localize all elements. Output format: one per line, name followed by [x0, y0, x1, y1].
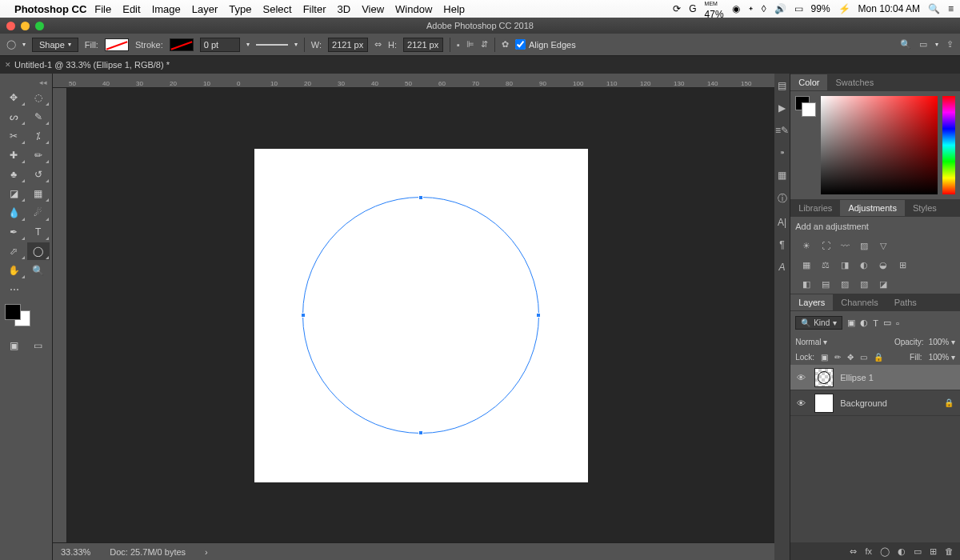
wifi-icon[interactable]: ◊ — [762, 3, 766, 14]
fill-swatch[interactable] — [105, 38, 129, 51]
dock-glyph-icon[interactable]: A — [779, 262, 786, 273]
arrange-icon[interactable]: ⇵ — [481, 39, 488, 50]
link-layers-icon[interactable]: ⇔ — [850, 546, 857, 557]
document-tab[interactable]: Untitled-1 @ 33.3% (Ellipse 1, RGB/8) * — [14, 60, 170, 70]
handle-bottom[interactable] — [418, 430, 423, 435]
shape-mode-select[interactable]: Shape▾ — [32, 38, 78, 52]
eye-icon[interactable]: ◉ — [732, 3, 740, 14]
collapse-tools[interactable]: ◂◂ — [2, 77, 50, 88]
brush-tool[interactable]: ✏ — [27, 146, 50, 164]
filter-smart-icon[interactable]: ▫ — [896, 318, 899, 328]
handle-right[interactable] — [536, 313, 541, 318]
zoom-level[interactable]: 33.33% — [61, 547, 90, 557]
adj-invert[interactable]: ◧ — [800, 278, 813, 290]
tab-layers[interactable]: Layers — [790, 294, 833, 310]
adj-selective-color[interactable]: ◪ — [877, 278, 890, 290]
clock[interactable]: Mon 10:04 AM — [858, 3, 920, 14]
new-layer-icon[interactable]: ⊞ — [930, 546, 937, 557]
adj-bw[interactable]: ◨ — [838, 258, 851, 271]
layer-name[interactable]: Ellipse 1 — [840, 373, 874, 382]
filter-type-icon[interactable]: T — [873, 318, 878, 328]
stroke-swatch[interactable] — [170, 38, 194, 51]
align-icon[interactable]: ⊫ — [466, 39, 474, 50]
adj-posterize[interactable]: ▤ — [819, 278, 832, 290]
adj-channel-mixer[interactable]: ◒ — [877, 258, 890, 271]
search-icon[interactable]: 🔍 — [900, 39, 911, 50]
menu-3d[interactable]: 3D — [338, 3, 351, 15]
blend-mode[interactable]: Normal ▾ — [795, 338, 890, 346]
lock-paint-icon[interactable]: ✏ — [834, 353, 841, 362]
gradient-tool[interactable]: ▦ — [27, 185, 50, 202]
adj-color-lookup[interactable]: ⊞ — [896, 258, 909, 271]
adjustment-layer-icon[interactable]: ◐ — [898, 546, 906, 557]
ellipse-tool-icon[interactable]: ◯ — [6, 39, 16, 50]
status-chev[interactable]: › — [205, 547, 208, 557]
ellipse-shape[interactable] — [302, 197, 539, 434]
lock-all-icon[interactable]: 🔒 — [874, 353, 883, 362]
stroke-width-input[interactable] — [200, 38, 240, 52]
opacity-input[interactable]: 100% ▾ — [929, 338, 955, 346]
menu-view[interactable]: View — [362, 3, 384, 15]
screen-mode-icon[interactable]: ▭ — [919, 39, 927, 50]
adj-threshold[interactable]: ▨ — [838, 278, 851, 290]
type-tool[interactable]: T — [27, 223, 50, 241]
layer-ellipse[interactable]: 👁 Ellipse 1 — [790, 365, 960, 390]
lasso-tool[interactable]: ᔕ — [2, 108, 26, 126]
artboard[interactable] — [254, 149, 588, 482]
lock-pos-icon[interactable]: ✥ — [847, 353, 854, 362]
menu-layer[interactable]: Layer — [192, 3, 218, 15]
eraser-tool[interactable]: ◪ — [2, 185, 26, 202]
tab-styles[interactable]: Styles — [905, 200, 945, 216]
battery-pct[interactable]: 99% — [811, 3, 830, 14]
menu-select[interactable]: Select — [262, 3, 291, 15]
color-picker[interactable] — [2, 299, 50, 331]
screen-icon[interactable]: ▭ — [794, 3, 803, 14]
app-name[interactable]: Photoshop CC — [14, 3, 86, 15]
menu-help[interactable]: Help — [443, 3, 465, 15]
lock-trans-icon[interactable]: ▣ — [821, 353, 828, 362]
kind-filter[interactable]: 🔍 Kind ▾ — [795, 316, 842, 330]
more-tools[interactable]: ⋯ — [2, 281, 26, 298]
layer-visibility-icon[interactable]: 👁 — [797, 398, 808, 408]
menu-icon[interactable]: ≡ — [948, 3, 954, 14]
adj-vibrance[interactable]: ▽ — [877, 239, 890, 252]
layer-name[interactable]: Background — [840, 398, 887, 408]
close-window[interactable] — [6, 22, 15, 30]
menu-filter[interactable]: Filter — [303, 3, 326, 15]
layer-visibility-icon[interactable]: 👁 — [797, 373, 808, 382]
width-input[interactable] — [328, 38, 368, 52]
menu-edit[interactable]: Edit — [122, 3, 140, 15]
adj-exposure[interactable]: ▨ — [858, 239, 870, 252]
battery-icon[interactable]: ⚡ — [838, 3, 850, 14]
color-chips[interactable] — [795, 96, 816, 194]
foreground-color[interactable] — [5, 304, 21, 320]
color-field[interactable] — [821, 96, 938, 194]
crop-tool[interactable]: ✂ — [2, 127, 26, 145]
adj-hue[interactable]: ▦ — [800, 258, 813, 271]
handle-top[interactable] — [418, 195, 423, 200]
adj-balance[interactable]: ⚖ — [819, 258, 832, 271]
handle-left[interactable] — [301, 313, 306, 318]
link-wh-icon[interactable]: ⇔ — [374, 39, 382, 50]
dock-actions-icon[interactable]: ▶ — [778, 102, 786, 114]
dock-info-icon[interactable]: ⓘ — [778, 192, 787, 206]
dodge-tool[interactable]: ☄ — [27, 204, 50, 222]
shape-tool[interactable]: ◯ — [27, 242, 50, 260]
minimize-window[interactable] — [21, 22, 30, 30]
volume-icon[interactable]: 🔊 — [774, 3, 786, 14]
stroke-style[interactable] — [256, 44, 288, 46]
menu-type[interactable]: Type — [229, 3, 251, 15]
tab-color[interactable]: Color — [790, 74, 827, 90]
tab-libraries[interactable]: Libraries — [790, 200, 840, 216]
maximize-window[interactable] — [35, 22, 44, 30]
menu-file[interactable]: File — [94, 3, 111, 15]
quick-mask[interactable]: ▣ — [2, 337, 26, 354]
fill-opacity-input[interactable]: 100% ▾ — [929, 353, 955, 362]
dock-history-icon[interactable]: ▤ — [778, 80, 786, 91]
pen-tool[interactable]: ✒ — [2, 223, 26, 241]
height-input[interactable] — [403, 38, 443, 52]
menu-image[interactable]: Image — [152, 3, 181, 15]
filter-image-icon[interactable]: ▣ — [847, 318, 855, 328]
dock-para-icon[interactable]: ¶ — [779, 239, 784, 250]
lock-icon[interactable]: 🔒 — [944, 398, 954, 407]
